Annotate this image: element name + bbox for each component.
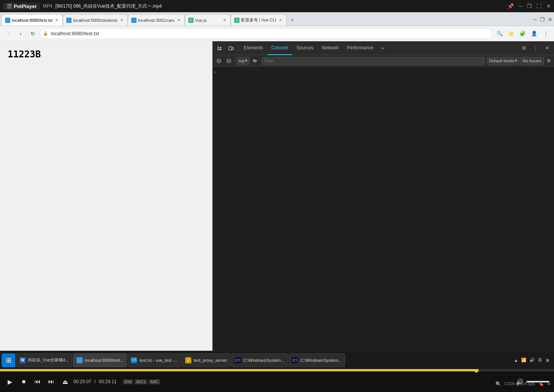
media-controls: ▶ ■ ⏮ ⏭ ⏏ 00:25:07 / 00:29:11 S/W AVC1 A… <box>0 369 554 392</box>
devtools-settings-button[interactable]: ⚙ <box>519 43 530 54</box>
media-total-time: 00:29:11 <box>99 379 117 384</box>
browser-tab-4[interactable]: V Vue.js ✕ <box>185 14 231 26</box>
minimize-button[interactable]: ─ <box>518 3 522 9</box>
profile-button[interactable]: 👤 <box>529 28 539 39</box>
taskbar-icon-browser: 🌐 <box>77 357 83 363</box>
media-tag-sw: S/W <box>123 379 133 384</box>
app-name[interactable]: 🎬 PotPlayer <box>3 3 40 10</box>
tab-close-2[interactable]: ✕ <box>119 18 124 23</box>
tab-close-3[interactable]: ✕ <box>176 18 181 23</box>
browser-toolbar: ‹ › ↻ 🔒 🔍 ⭐ 🧩 👤 ⋮ <box>0 26 554 41</box>
media-next-button[interactable]: ⏭ <box>46 376 57 387</box>
tray-volume-icon[interactable]: 🔊 <box>530 358 535 363</box>
media-progress-fill <box>0 369 476 371</box>
restore-button[interactable]: ❐ <box>527 3 532 9</box>
browser-tab-3[interactable]: 🌐 localhost:3001/cars ✕ <box>128 14 185 26</box>
minimize-browser-button[interactable]: ─ <box>533 16 537 24</box>
console-settings-button[interactable]: ⚙ <box>545 57 552 65</box>
taskbar-icon-editor: VS <box>131 357 137 363</box>
close-browser-button[interactable]: ✕ <box>548 16 552 24</box>
reload-button[interactable]: ↻ <box>28 28 38 39</box>
watermark-icon-3: ✏ <box>547 381 551 387</box>
close-button[interactable]: ✕ <box>546 3 551 9</box>
watermark-icon-2: 🔖 <box>538 381 544 387</box>
taskbar-item-cmd1[interactable]: C:\ C:\Windows\System... <box>231 353 288 367</box>
devtools-device-button[interactable] <box>226 43 236 54</box>
devtools-tab-sources[interactable]: Sources <box>293 41 317 55</box>
extension-button[interactable]: 🧩 <box>517 28 528 39</box>
console-filter-input[interactable] <box>262 57 485 65</box>
tab-favicon-3: 🌐 <box>131 18 137 23</box>
restore-browser-button[interactable]: ❐ <box>540 16 545 24</box>
taskbar-label-cmd1: C:\Windows\System... <box>243 358 285 363</box>
devtools-tab-console[interactable]: Console <box>267 41 292 55</box>
taskbar-label-cmd2: C:\Windows\System... <box>300 358 342 363</box>
svg-rect-0 <box>229 47 232 50</box>
console-prompt-row: › <box>213 68 554 76</box>
title-bar: 🎬 PotPlayer MP4 [96/170] 096_尚硅谷Vue技术_配置… <box>0 0 554 12</box>
fullscreen-button[interactable]: ⛶ <box>536 3 542 9</box>
taskbar-item-word[interactable]: W 尚硅谷_Vue全家桶d... <box>16 353 72 367</box>
address-input[interactable] <box>40 28 493 39</box>
tab-favicon-1: 🌐 <box>5 18 10 23</box>
console-clear-button[interactable] <box>214 56 223 65</box>
forward-button[interactable]: › <box>15 28 26 39</box>
devtools-tab-elements[interactable]: Elements <box>240 41 267 55</box>
media-format-tags: S/W AVC1 AAC <box>123 379 160 384</box>
taskbar-label-editor: test.txt - vue_test -... <box>139 358 178 363</box>
tab-favicon-5: V <box>234 18 240 23</box>
devtools-more-button[interactable]: ⋮ <box>530 43 541 54</box>
main-content: 11223B Elements Console Sou <box>0 41 554 392</box>
devtools-inspect-button[interactable] <box>214 43 225 54</box>
console-toolbar-sep <box>235 57 235 65</box>
taskbar-icon-server: ⚡ <box>185 357 191 363</box>
console-context-selector[interactable]: top ▾ <box>237 57 249 65</box>
console-chevron-icon[interactable]: › <box>214 69 216 75</box>
tab-close-4[interactable]: ✕ <box>222 18 227 23</box>
back-button[interactable]: ‹ <box>3 28 14 39</box>
media-play-button[interactable]: ▶ <box>5 376 15 387</box>
devtools-tab-performance[interactable]: Performance <box>343 41 377 55</box>
devtools-tab-network[interactable]: Network <box>318 41 342 55</box>
taskbar-item-cmd2[interactable]: C:\ C:\Windows\System... <box>288 353 345 367</box>
taskbar-item-server[interactable]: ⚡ test_proxy_server <box>182 353 230 367</box>
console-issues-button[interactable]: No Issues <box>520 57 544 65</box>
tab-favicon-4: V <box>188 18 194 23</box>
media-eject-button[interactable]: ⏏ <box>60 376 70 387</box>
media-bottom-controls: ▶ ■ ⏮ ⏭ ⏏ 00:25:07 / 00:29:11 S/W AVC1 A… <box>0 371 554 392</box>
browser-window: 🌐 localhost:8080/test.txt ✕ 🌐 localhost:… <box>0 12 554 392</box>
pin-button[interactable]: 📌 <box>507 3 514 9</box>
taskbar-icon-word: W <box>20 357 26 363</box>
taskbar-item-browser[interactable]: 🌐 localhost:8080/test... <box>73 353 127 367</box>
media-tag-codec: AVC1 <box>135 379 147 384</box>
media-stop-button[interactable]: ■ <box>18 376 29 387</box>
tab-close-1[interactable]: ✕ <box>54 18 59 23</box>
svg-line-3 <box>218 60 220 62</box>
tray-display-icon[interactable]: 🖥 <box>545 358 549 363</box>
browser-tab-1[interactable]: 🌐 localhost:8080/test.txt ✕ <box>2 14 63 26</box>
media-progress-bar[interactable] <box>0 369 554 371</box>
tray-up-arrow[interactable]: ▲ <box>514 358 518 363</box>
tray-lang[interactable]: 英 <box>538 357 542 363</box>
devtools-tab-more[interactable]: » <box>378 44 387 53</box>
media-prev-button[interactable]: ⏮ <box>32 376 43 387</box>
new-tab-button[interactable]: ＋ <box>288 16 297 24</box>
browser-tab-2[interactable]: 🌐 localhost:5000/students ✕ <box>63 14 128 26</box>
tab-close-5[interactable]: ✕ <box>278 18 283 23</box>
console-eye-button[interactable] <box>250 56 259 65</box>
bookmark-button[interactable]: ⭐ <box>506 28 517 39</box>
taskbar-item-editor[interactable]: VS test.txt - vue_test -... <box>127 353 181 367</box>
media-tag-audio: AAC <box>149 379 160 384</box>
menu-button[interactable]: ⋮ <box>540 28 551 39</box>
tab-label-3: localhost:3001/cars <box>138 18 174 23</box>
media-watermark: 🔍 CSDN @待木成稿 🔖 ✏ <box>495 381 551 387</box>
browser-tab-5[interactable]: V 配置参考 | Vue CLI ✕ <box>231 14 287 26</box>
tab-label-1: localhost:8080/test.txt <box>12 18 52 23</box>
console-block-button[interactable] <box>224 56 233 65</box>
start-button[interactable]: ⊞ <box>2 353 15 367</box>
devtools-close-button[interactable]: ✕ <box>542 43 552 54</box>
zoom-button[interactable]: 🔍 <box>494 28 505 39</box>
console-levels-dropdown[interactable]: Default levels ▾ <box>487 57 519 65</box>
tray-network-icon[interactable]: 📶 <box>521 358 526 363</box>
app-icon: 🎬 <box>6 3 12 9</box>
